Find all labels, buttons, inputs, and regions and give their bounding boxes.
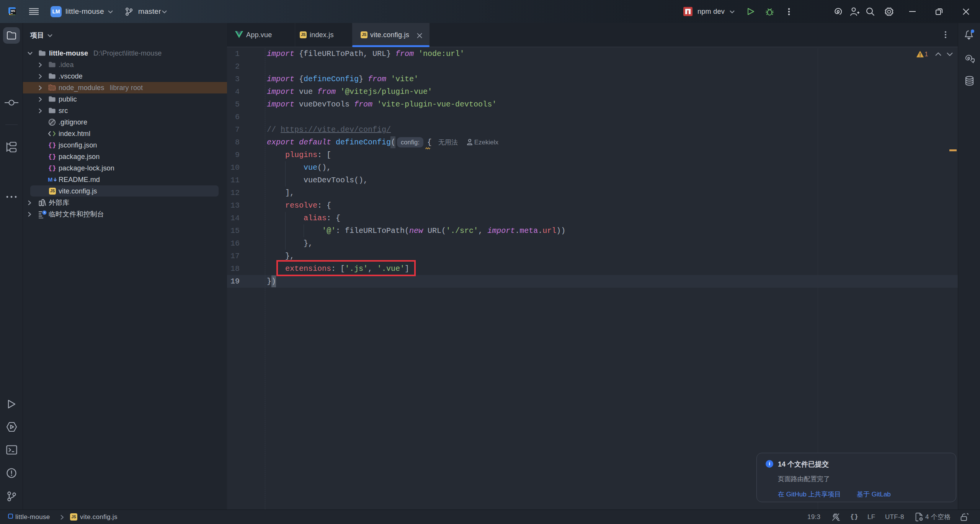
svg-text:M: M (48, 177, 53, 183)
svg-text:WS: WS (11, 10, 15, 12)
